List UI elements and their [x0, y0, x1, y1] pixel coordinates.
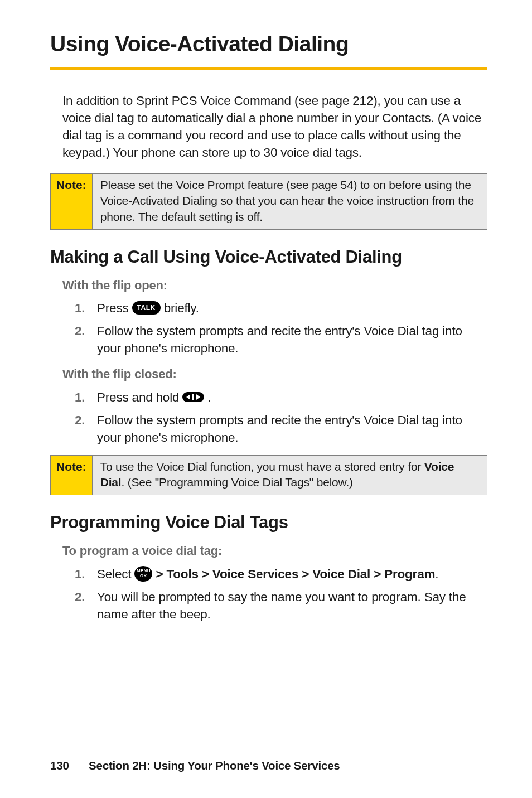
heading-making-call: Making a Call Using Voice-Activated Dial…	[50, 245, 487, 269]
talk-key-icon: TALK	[132, 301, 161, 315]
list-body: Select MENU OK > Tools > Voice Services …	[97, 565, 487, 583]
text-segment: Press and hold	[97, 390, 182, 404]
label-program: To program a voice dial tag:	[62, 543, 487, 559]
text-segment: To use the Voice Dial function, you must…	[100, 460, 424, 473]
list-item: 1. Press TALK briefly.	[75, 299, 487, 317]
note-label: Note:	[51, 174, 93, 229]
footer-section-text: Section 2H: Using Your Phone's Voice Ser…	[89, 759, 340, 772]
note-box-voice-prompt: Note: Please set the Voice Prompt featur…	[50, 173, 487, 230]
note-body: Please set the Voice Prompt feature (see…	[93, 174, 487, 229]
intro-paragraph: In addition to Sprint PCS Voice Command …	[62, 92, 487, 161]
icon-text-bottom: OK	[140, 574, 147, 579]
list-body: Follow the system prompts and recite the…	[97, 412, 487, 446]
text-segment: .	[207, 390, 211, 404]
list-program: 1. Select MENU OK > Tools > Voice Servic…	[75, 565, 487, 623]
list-body: Press TALK briefly.	[97, 299, 487, 317]
list-item: 1. Press and hold .	[75, 389, 487, 406]
label-flip-closed: With the flip closed:	[62, 366, 487, 383]
side-key-icon	[182, 392, 204, 402]
text-segment: Press	[97, 301, 132, 315]
list-flip-closed: 1. Press and hold . 2. Follow the system…	[75, 389, 487, 446]
list-number: 2.	[75, 588, 97, 606]
list-number: 1.	[75, 389, 97, 406]
list-item: 2. You will be prompted to say the name …	[75, 588, 487, 623]
heading-programming: Programming Voice Dial Tags	[50, 511, 487, 535]
note-box-voice-dial: Note: To use the Voice Dial function, yo…	[50, 455, 487, 496]
text-segment: Select	[97, 567, 134, 581]
menu-ok-key-icon: MENU OK	[134, 566, 152, 582]
note-body: To use the Voice Dial function, you must…	[93, 456, 487, 495]
list-flip-open: 1. Press TALK briefly. 2. Follow the sys…	[75, 299, 487, 357]
list-item: 2. Follow the system prompts and recite …	[75, 412, 487, 446]
list-number: 2.	[75, 322, 97, 340]
list-body: Press and hold .	[97, 389, 487, 406]
list-number: 1.	[75, 565, 97, 583]
page-footer: 130 Section 2H: Using Your Phone's Voice…	[50, 758, 340, 773]
list-number: 2.	[75, 412, 97, 429]
page-title: Using Voice-Activated Dialing	[50, 29, 487, 70]
text-segment: .	[435, 567, 438, 581]
list-body: Follow the system prompts and recite the…	[97, 322, 487, 357]
label-flip-open: With the flip open:	[62, 277, 487, 294]
text-segment: . (See "Programming Voice Dial Tags" bel…	[121, 476, 352, 489]
list-item: 2. Follow the system prompts and recite …	[75, 322, 487, 357]
list-body: You will be prompted to say the name you…	[97, 588, 487, 623]
text-segment: briefly.	[164, 301, 199, 315]
page-number: 130	[50, 759, 69, 772]
list-number: 1.	[75, 299, 97, 317]
note-label: Note:	[51, 456, 93, 495]
list-item: 1. Select MENU OK > Tools > Voice Servic…	[75, 565, 487, 583]
menu-path: > Tools > Voice Services > Voice Dial > …	[156, 567, 435, 581]
